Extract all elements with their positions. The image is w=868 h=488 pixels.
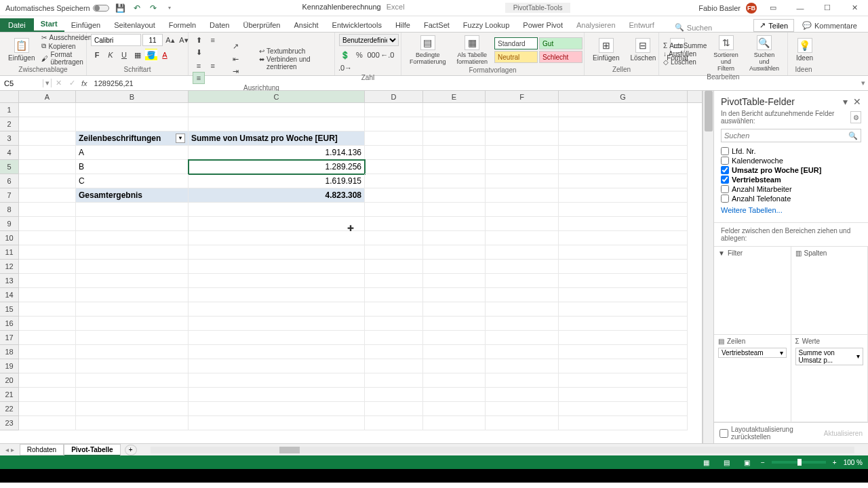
col-header-A[interactable]: A [19, 91, 76, 102]
cell[interactable] [423, 274, 486, 288]
field-checkbox[interactable] [721, 147, 729, 155]
field-item[interactable]: Kalenderwoche [721, 156, 861, 165]
row-header-19[interactable]: 19 [0, 359, 19, 373]
ideas-button[interactable]: 💡Ideen [792, 37, 817, 63]
cell[interactable]: 4.823.308 [189, 188, 365, 203]
font-name-input[interactable] [91, 34, 141, 46]
cell[interactable] [559, 402, 688, 416]
dec-decimal-icon[interactable]: .0→ [339, 62, 351, 74]
cell[interactable]: 1.914.136 [189, 146, 365, 160]
cell[interactable] [559, 373, 688, 388]
grow-font-icon[interactable]: A▴ [164, 34, 176, 46]
cell[interactable] [365, 203, 423, 217]
format-painter-button[interactable]: 🖌Format übertragen [41, 51, 92, 66]
field-checkbox[interactable] [721, 195, 729, 203]
sheet-tab-rohdaten[interactable]: Rohdaten [20, 444, 64, 455]
field-checkbox[interactable] [721, 185, 729, 193]
cell[interactable] [19, 203, 76, 217]
cell[interactable] [486, 103, 559, 117]
cell[interactable] [189, 317, 365, 331]
cell[interactable] [559, 245, 688, 260]
cell[interactable] [486, 174, 559, 188]
col-header-C[interactable]: C [189, 91, 365, 102]
cell[interactable] [19, 331, 76, 345]
cell[interactable] [189, 373, 365, 388]
row-header-8[interactable]: 8 [0, 203, 19, 217]
cell[interactable] [189, 416, 365, 430]
zoom-out-icon[interactable]: − [761, 459, 765, 466]
cell[interactable] [76, 359, 189, 373]
row-header-6[interactable]: 6 [0, 174, 19, 188]
cell[interactable] [423, 131, 486, 146]
align-middle-icon[interactable]: ≡ [207, 34, 219, 46]
tab-review[interactable]: Überprüfen [236, 18, 287, 32]
formula-input[interactable]: 1289256,21 [90, 79, 859, 87]
cell[interactable] [423, 174, 486, 188]
tab-help[interactable]: Hilfe [389, 18, 417, 32]
style-neutral[interactable]: Neutral [494, 51, 538, 63]
col-header-E[interactable]: E [423, 91, 486, 102]
cell[interactable] [559, 188, 688, 203]
row-header-5[interactable]: 5 [0, 160, 19, 174]
row-header-17[interactable]: 17 [0, 331, 19, 345]
cell[interactable] [423, 103, 486, 117]
cell[interactable] [365, 131, 423, 146]
fx-check-icon[interactable]: ✓ [65, 79, 79, 87]
col-header-G[interactable]: G [559, 91, 688, 102]
tab-data[interactable]: Daten [203, 18, 236, 32]
tab-powerpivot[interactable]: Power Pivot [516, 18, 570, 32]
cell[interactable] [76, 317, 189, 331]
field-item[interactable]: Anzahl Telefonate [721, 194, 861, 203]
cell[interactable] [76, 345, 189, 359]
pane-dropdown-icon[interactable]: ▾ [843, 96, 848, 107]
cell[interactable] [559, 103, 688, 117]
align-center-icon[interactable]: ≡ [207, 60, 219, 72]
tab-formulas[interactable]: Formeln [162, 18, 203, 32]
row-header-15[interactable]: 15 [0, 302, 19, 317]
cell[interactable] [423, 288, 486, 302]
cell[interactable] [76, 373, 189, 388]
cell[interactable] [559, 359, 688, 373]
cell[interactable] [76, 117, 189, 131]
copy-button[interactable]: ⧉Kopieren [41, 42, 92, 50]
cell[interactable] [365, 416, 423, 430]
comma-icon[interactable]: 000 [368, 49, 380, 61]
cell[interactable] [19, 373, 76, 388]
cell[interactable] [189, 388, 365, 402]
qat-dropdown-icon[interactable]: ▾ [165, 3, 174, 13]
tab-factset[interactable]: FactSet [417, 18, 456, 32]
columns-area[interactable]: ▥Spalten [791, 247, 869, 335]
cell[interactable] [76, 103, 189, 117]
cell[interactable] [19, 117, 76, 131]
merge-button[interactable]: ⬌Verbinden und zentrieren [259, 56, 330, 70]
col-header-D[interactable]: D [365, 91, 423, 102]
cell[interactable] [76, 388, 189, 402]
close-icon[interactable]: ✕ [844, 1, 865, 16]
rows-area[interactable]: ▤Zeilen Vertriebsteam▾ [714, 335, 791, 423]
delete-cells-button[interactable]: ⊟Löschen [626, 37, 660, 63]
save-icon[interactable]: 💾 [116, 3, 125, 13]
page-layout-icon[interactable]: ▤ [720, 457, 734, 468]
cell[interactable]: Gesamtergebnis [76, 188, 189, 203]
cell[interactable] [365, 331, 423, 345]
find-select-button[interactable]: 🔍Suchen und Auswählen [745, 34, 783, 73]
worksheet-grid[interactable]: A B C D E F G 123Zeilenbeschriftungen▾Su… [0, 91, 703, 443]
normal-view-icon[interactable]: ▦ [700, 457, 713, 468]
row-header-12[interactable]: 12 [0, 260, 19, 274]
row-header-7[interactable]: 7 [0, 188, 19, 203]
underline-button[interactable]: U [118, 49, 130, 61]
cell[interactable] [559, 345, 688, 359]
cell[interactable] [365, 388, 423, 402]
cell[interactable] [365, 274, 423, 288]
cut-button[interactable]: ✂Ausschneiden [41, 34, 92, 41]
style-schlecht[interactable]: Schlecht [539, 51, 583, 63]
undo-icon[interactable]: ↶ [132, 3, 142, 13]
tab-developer[interactable]: Entwicklertools [326, 18, 389, 32]
row-header-2[interactable]: 2 [0, 117, 19, 131]
row-header-18[interactable]: 18 [0, 345, 19, 359]
font-color-button[interactable]: A [159, 49, 171, 61]
align-bottom-icon[interactable]: ⬇ [193, 47, 205, 59]
row-header-10[interactable]: 10 [0, 231, 19, 245]
add-sheet-button[interactable]: + [125, 445, 137, 455]
cell[interactable] [486, 302, 559, 317]
